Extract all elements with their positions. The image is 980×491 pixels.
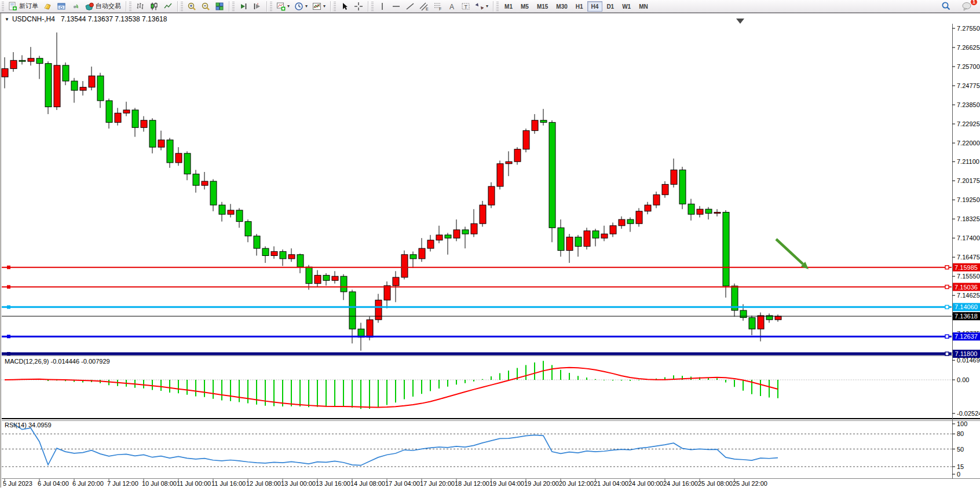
candle-up <box>471 223 477 234</box>
candle-up <box>288 255 295 259</box>
time-axis-label: 20 Jul 12:00 <box>559 480 594 487</box>
channel-tool-button[interactable]: E <box>417 1 431 12</box>
hline-right-handle[interactable] <box>945 305 949 309</box>
candle-down <box>262 248 269 255</box>
cursor-tool-button[interactable] <box>338 1 352 12</box>
candle-down <box>341 276 347 292</box>
candle-down <box>749 318 755 329</box>
hline-right-handle[interactable] <box>945 352 949 356</box>
hline-left-handle[interactable] <box>7 352 10 356</box>
trendline-tool-button[interactable] <box>403 1 417 12</box>
auto-scroll-button[interactable] <box>236 1 250 12</box>
timeframe-button-M5[interactable]: M5 <box>517 1 533 12</box>
notifications-button[interactable]: 1 <box>959 1 974 12</box>
candle-up <box>89 76 95 87</box>
dropdown-caret-icon: ▾ <box>305 4 308 9</box>
vertical-line-tool-button[interactable] <box>375 1 389 12</box>
new-chart-button[interactable]: ▾ <box>274 1 292 12</box>
tile-windows-button[interactable] <box>213 1 226 12</box>
time-axis-label: 12 Jul 08:00 <box>246 480 281 487</box>
templates-button[interactable]: ▾ <box>310 1 328 12</box>
arrow-annotation[interactable] <box>776 239 803 264</box>
candle-down <box>297 255 303 267</box>
candle-up <box>228 210 234 214</box>
price-badge-label: 7.15036 <box>955 284 978 291</box>
candle-down <box>254 236 260 248</box>
candle-up <box>488 186 495 205</box>
notification-badge: 1 <box>970 0 978 6</box>
market-watch-button[interactable] <box>41 1 54 12</box>
toolbar-grip <box>334 2 336 11</box>
horizontal-line-tool-button[interactable] <box>389 1 403 12</box>
candle-down <box>462 230 469 234</box>
timeframe-button-H1[interactable]: H1 <box>572 1 587 12</box>
timeframe-button-W1[interactable]: W1 <box>618 1 635 12</box>
toolbar-grip <box>129 2 131 11</box>
new-order-button[interactable]: 新订单 <box>6 1 41 12</box>
candle-up <box>671 170 677 184</box>
time-axis-label: 13 Jul 00:00 <box>281 480 316 487</box>
hline-left-handle[interactable] <box>7 285 10 289</box>
candle-up <box>480 205 486 223</box>
timeframe-button-M30[interactable]: M30 <box>552 1 571 12</box>
candle-up <box>610 226 616 234</box>
price-tick-label: 7.24775 <box>957 82 980 89</box>
axis-label: 15 <box>957 463 964 470</box>
period-button[interactable]: ▾ <box>292 1 310 12</box>
chart-shift-marker[interactable] <box>736 19 744 24</box>
candle-up <box>645 205 651 211</box>
candle-down <box>705 209 712 213</box>
axis-label: 0.014691 <box>957 357 980 364</box>
timeframe-button-D1[interactable]: D1 <box>602 1 618 12</box>
candle-up <box>697 209 703 214</box>
svg-text:E: E <box>426 7 429 11</box>
candle-down <box>245 222 251 236</box>
text-tool-button[interactable]: A <box>445 1 459 12</box>
autotrading-button[interactable]: 自动交易 <box>82 1 123 12</box>
zoom-in-button[interactable] <box>185 1 199 12</box>
candle-up <box>271 251 277 255</box>
signals-button[interactable] <box>68 1 82 12</box>
line-chart-button[interactable] <box>161 1 175 12</box>
toolbar-grip <box>2 2 4 11</box>
svg-text:A: A <box>449 2 454 10</box>
hline-right-handle[interactable] <box>945 266 949 269</box>
hline-left-handle[interactable] <box>7 305 10 309</box>
price-tick-label: 7.14625 <box>957 292 980 299</box>
arrows-tool-button[interactable]: ▾ <box>473 1 491 12</box>
vertical-line-icon <box>378 2 387 11</box>
timeframe-button-M15[interactable]: M15 <box>533 1 552 12</box>
fibonacci-tool-button[interactable]: F <box>431 1 445 12</box>
timeframe-button-M1[interactable]: M1 <box>500 1 517 12</box>
chart-canvas[interactable]: 0.0146910.00-0.02524MACD(12,26,9) -0.014… <box>0 13 980 488</box>
search-button[interactable] <box>939 1 953 12</box>
bar-chart-button[interactable] <box>133 1 147 12</box>
chart-shift-button[interactable] <box>250 1 264 12</box>
candle-down <box>63 65 69 81</box>
timeframe-button-H4[interactable]: H4 <box>587 1 603 12</box>
bar-chart-icon <box>136 2 145 11</box>
label-tool-button[interactable]: T <box>459 1 473 12</box>
candle-up <box>384 285 390 300</box>
candle-down <box>445 235 451 238</box>
svg-text:T: T <box>465 3 468 9</box>
time-axis-label: 25 Jul 08:00 <box>698 480 733 487</box>
candlestick-chart-button[interactable] <box>147 1 161 12</box>
hline-right-handle[interactable] <box>945 285 949 289</box>
zoom-out-button[interactable] <box>199 1 213 12</box>
hline-left-handle[interactable] <box>7 335 10 338</box>
timeframe-button-MN[interactable]: MN <box>635 1 652 12</box>
symbol-collapse-icon[interactable]: ▼ <box>5 17 9 22</box>
candle-up <box>436 235 443 240</box>
profiles-button[interactable] <box>54 1 68 12</box>
trendline-icon <box>405 2 415 11</box>
price-tick-label: 7.22925 <box>957 120 980 127</box>
toolbar-grip <box>181 2 183 11</box>
candle-down <box>740 310 747 317</box>
candle-down <box>723 212 729 286</box>
hline-left-handle[interactable] <box>7 266 10 269</box>
hline-right-handle[interactable] <box>945 335 949 338</box>
candle-up <box>367 320 373 337</box>
candle-up <box>514 149 521 162</box>
crosshair-tool-button[interactable] <box>352 1 365 12</box>
